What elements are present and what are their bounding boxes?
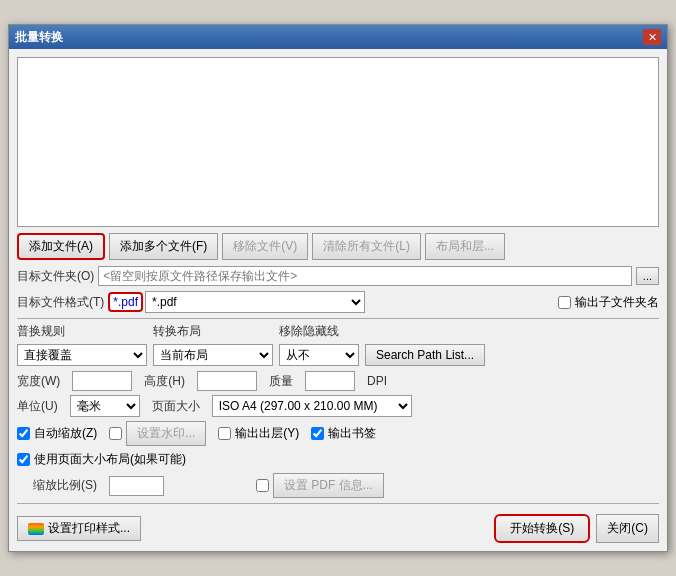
checks-row2: 使用页面大小布局(如果可能) bbox=[17, 451, 659, 468]
toolbar-row: 添加文件(A) 添加多个文件(F) 移除文件(V) 清除所有文件(L) 布局和层… bbox=[17, 233, 659, 260]
rules-select[interactable]: 直接覆盖 bbox=[17, 344, 147, 366]
hidden-lines-col: 移除隐藏线 从不 bbox=[279, 323, 359, 366]
add-file-button[interactable]: 添加文件(A) bbox=[17, 233, 105, 260]
rules-col: 普换规则 直接覆盖 bbox=[17, 323, 147, 366]
size-row: 宽度(W) 297.00 高度(H) 210.00 质量 200 DPI bbox=[17, 371, 659, 391]
print-icon bbox=[28, 523, 44, 535]
height-input[interactable]: 210.00 bbox=[197, 371, 257, 391]
page-size-label: 页面大小 bbox=[152, 398, 200, 415]
width-input[interactable]: 297.00 bbox=[72, 371, 132, 391]
output-layer-check: 输出出层(Y) bbox=[218, 425, 299, 442]
target-format-select[interactable]: *.pdf bbox=[145, 291, 365, 313]
main-window: 批量转换 ✕ 添加文件(A) 添加多个文件(F) 移除文件(V) 清除所有文件(… bbox=[8, 24, 668, 552]
quality-input[interactable]: 200 bbox=[305, 371, 355, 391]
width-label: 宽度(W) bbox=[17, 373, 60, 390]
window-title: 批量转换 bbox=[15, 29, 63, 46]
height-label: 高度(H) bbox=[144, 373, 185, 390]
auto-scale-check: 自动缩放(Z) bbox=[17, 425, 97, 442]
pdf-format-value: *.pdf bbox=[108, 292, 143, 312]
print-style-button[interactable]: 设置打印样式... bbox=[17, 516, 141, 541]
layout-select-label: 转换布局 bbox=[153, 323, 273, 340]
unit-select[interactable]: 毫米 bbox=[70, 395, 140, 417]
auto-scale-checkbox[interactable] bbox=[17, 427, 30, 440]
clear-all-button[interactable]: 清除所有文件(L) bbox=[312, 233, 421, 260]
page-size-select[interactable]: ISO A4 (297.00 x 210.00 MM) bbox=[212, 395, 412, 417]
target-folder-input[interactable] bbox=[98, 266, 632, 286]
footer-row: 设置打印样式... 开始转换(S) 关闭(C) bbox=[17, 510, 659, 543]
scale-label: 缩放比例(S) bbox=[33, 477, 97, 494]
checks-row1: 自动缩放(Z) 设置水印... 输出出层(Y) 输出书签 bbox=[17, 421, 659, 446]
rules-layout-row: 普换规则 直接覆盖 转换布局 当前布局 移除隐藏线 从不 Search Path… bbox=[17, 323, 659, 366]
watermark-checkbox[interactable] bbox=[109, 427, 122, 440]
checks-row3: 缩放比例(S) 0.99 设置 PDF 信息... bbox=[17, 473, 659, 498]
title-bar: 批量转换 ✕ bbox=[9, 25, 667, 49]
separator1 bbox=[17, 318, 659, 319]
output-layer-label: 输出出层(Y) bbox=[235, 425, 299, 442]
watermark-check: 设置水印... bbox=[109, 421, 206, 446]
rules-label: 普换规则 bbox=[17, 323, 147, 340]
auto-scale-label: 自动缩放(Z) bbox=[34, 425, 97, 442]
target-format-row: 目标文件格式(T) *.pdf *.pdf 输出子文件夹名 bbox=[17, 291, 659, 313]
output-bookmark-checkbox[interactable] bbox=[311, 427, 324, 440]
file-list-area bbox=[17, 57, 659, 227]
pdf-info-button[interactable]: 设置 PDF 信息... bbox=[273, 473, 384, 498]
add-multiple-button[interactable]: 添加多个文件(F) bbox=[109, 233, 218, 260]
layout-col: 转换布局 当前布局 bbox=[153, 323, 273, 366]
start-convert-button[interactable]: 开始转换(S) bbox=[494, 514, 590, 543]
quality-label: 质量 bbox=[269, 373, 293, 390]
unit-pagesize-row: 单位(U) 毫米 页面大小 ISO A4 (297.00 x 210.00 MM… bbox=[17, 395, 659, 417]
pdf-info-check: 设置 PDF 信息... bbox=[256, 473, 384, 498]
separator2 bbox=[17, 503, 659, 504]
use-page-layout-label: 使用页面大小布局(如果可能) bbox=[34, 451, 186, 468]
output-bookmark-label: 输出书签 bbox=[328, 425, 376, 442]
browse-button[interactable]: ... bbox=[636, 267, 659, 285]
target-folder-label: 目标文件夹(O) bbox=[17, 268, 94, 285]
layout-select[interactable]: 当前布局 bbox=[153, 344, 273, 366]
unit-label: 单位(U) bbox=[17, 398, 58, 415]
close-window-button[interactable]: ✕ bbox=[643, 29, 661, 45]
hidden-lines-select[interactable]: 从不 bbox=[279, 344, 359, 366]
hidden-lines-label: 移除隐藏线 bbox=[279, 323, 359, 340]
search-path-button[interactable]: Search Path List... bbox=[365, 344, 485, 366]
use-page-layout-check: 使用页面大小布局(如果可能) bbox=[17, 451, 186, 468]
output-layer-checkbox[interactable] bbox=[218, 427, 231, 440]
target-format-label: 目标文件格式(T) bbox=[17, 294, 104, 311]
window-body: 添加文件(A) 添加多个文件(F) 移除文件(V) 清除所有文件(L) 布局和层… bbox=[9, 49, 667, 551]
remove-file-button[interactable]: 移除文件(V) bbox=[222, 233, 308, 260]
dpi-label: DPI bbox=[367, 374, 387, 388]
layout-button[interactable]: 布局和层... bbox=[425, 233, 505, 260]
subdir-label: 输出子文件夹名 bbox=[575, 294, 659, 311]
watermark-button[interactable]: 设置水印... bbox=[126, 421, 206, 446]
close-button[interactable]: 关闭(C) bbox=[596, 514, 659, 543]
output-bookmark-check: 输出书签 bbox=[311, 425, 376, 442]
scale-input[interactable]: 0.99 bbox=[109, 476, 164, 496]
use-page-layout-checkbox[interactable] bbox=[17, 453, 30, 466]
footer-buttons: 开始转换(S) 关闭(C) bbox=[494, 514, 659, 543]
target-folder-row: 目标文件夹(O) ... bbox=[17, 266, 659, 286]
subdir-checkbox[interactable] bbox=[558, 296, 571, 309]
pdf-info-checkbox[interactable] bbox=[256, 479, 269, 492]
